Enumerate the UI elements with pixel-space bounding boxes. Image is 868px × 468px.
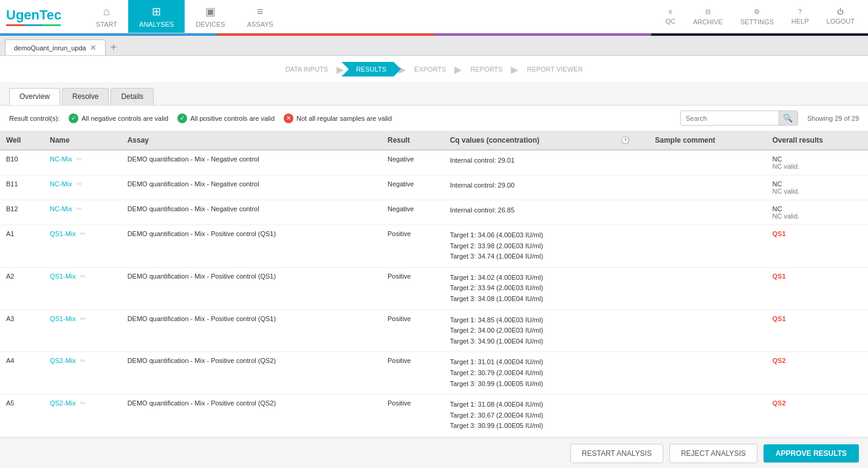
cell-clock: [615, 150, 649, 175]
cell-clock: [615, 352, 649, 395]
nav-logout[interactable]: ⏻ LOGOUT: [819, 3, 862, 30]
overall-sub: NC valid.: [773, 188, 862, 195]
tab-details[interactable]: Details: [111, 88, 154, 105]
nav-assays-label: ASSAYS: [247, 21, 273, 28]
table-header-row: Well Name Assay Result Cq values (concen…: [0, 131, 868, 150]
help-icon: ?: [798, 8, 802, 15]
step-reports[interactable]: REPORTS: [459, 62, 513, 76]
nav-analyses[interactable]: ⊞ ANALYSES: [128, 0, 185, 33]
tab-resolve[interactable]: Resolve: [62, 88, 109, 105]
add-tab-button[interactable]: +: [106, 41, 122, 54]
results-table: Well Name Assay Result Cq values (concen…: [0, 131, 868, 437]
cell-assay: DEMO quantification - Mix - Negative con…: [121, 175, 381, 200]
step-results[interactable]: RESULTS: [341, 62, 401, 76]
cell-cq: Internal control: 29.00: [444, 175, 615, 200]
cell-cq: Internal control: 26.85: [444, 200, 615, 225]
col-name: Name: [44, 131, 121, 150]
step-reports-label: REPORTS: [470, 66, 502, 73]
nav-items: ⌂ START ⊞ ANALYSES ▣ DEVICES ≡ ASSAYS: [85, 0, 658, 33]
cell-overall: NC NC valid.: [767, 200, 868, 225]
cell-clock: [615, 200, 649, 225]
cell-clock: [615, 267, 649, 310]
cell-assay: DEMO quantification - Mix - Positive con…: [121, 395, 381, 437]
cell-sample-comment: [649, 352, 766, 395]
edit-icon[interactable]: ✏: [77, 205, 82, 212]
name-link[interactable]: NC-Mix: [50, 180, 72, 188]
nav-logout-label: LOGOUT: [827, 18, 855, 25]
controls-bar: Result control(s): ✓ All negative contro…: [0, 106, 868, 131]
col-well: Well: [0, 131, 44, 150]
analysis-tab[interactable]: demoQuant_inrun_upda ✕: [5, 39, 106, 55]
overall-sub: NC valid.: [773, 212, 862, 220]
table-row: A5 QS2-Mix ✏ DEMO quantification - Mix -…: [0, 395, 868, 437]
table-body: B10 NC-Mix ✏ DEMO quantification - Mix -…: [0, 150, 868, 436]
table-row: B10 NC-Mix ✏ DEMO quantification - Mix -…: [0, 150, 868, 175]
col-overall-results: Overall results: [767, 131, 868, 150]
nav-assays[interactable]: ≡ ASSAYS: [236, 1, 284, 33]
cell-name: QS1-Mix ✏: [44, 225, 121, 268]
cell-sample-comment: [649, 310, 766, 352]
cell-name: QS1-Mix ✏: [44, 267, 121, 310]
nav-start-label: START: [96, 21, 117, 28]
cell-cq: Target 1: 31.01 (4.00E04 IU/ml)Target 2:…: [444, 352, 615, 395]
edit-icon[interactable]: ✏: [80, 357, 86, 364]
cell-sample-comment: [649, 225, 766, 268]
tab-label: demoQuant_inrun_upda: [14, 44, 86, 52]
name-link[interactable]: NC-Mix: [50, 155, 72, 163]
negative-controls-text: All negative controls are valid: [81, 115, 168, 122]
nav-help[interactable]: ? HELP: [784, 3, 816, 30]
cell-overall: QS2: [767, 395, 868, 437]
nav-devices[interactable]: ▣ DEVICES: [185, 0, 236, 33]
tab-close-button[interactable]: ✕: [90, 43, 97, 52]
name-link[interactable]: QS2-Mix: [50, 357, 76, 364]
col-cq: Cq values (concentration): [444, 131, 615, 150]
edit-icon[interactable]: ✏: [80, 230, 86, 237]
edit-icon[interactable]: ✏: [80, 315, 86, 322]
col-result: Result: [381, 131, 444, 150]
name-link[interactable]: NC-Mix: [50, 205, 72, 212]
step-exports[interactable]: EXPORTS: [403, 62, 457, 76]
assays-icon: ≡: [257, 5, 264, 18]
nav-qc[interactable]: ≡ QC: [658, 3, 683, 30]
edit-icon[interactable]: ✏: [80, 399, 86, 407]
edit-icon[interactable]: ✏: [77, 180, 82, 188]
name-link[interactable]: QS1-Mix: [50, 315, 76, 322]
nav-start[interactable]: ⌂ START: [85, 1, 128, 33]
step-report-viewer[interactable]: REPORT VIEWER: [516, 62, 593, 76]
cell-overall: QS1: [767, 310, 868, 352]
overall-sub: NC valid.: [773, 163, 862, 170]
nav-archive[interactable]: ⊟ ARCHIVE: [686, 3, 730, 30]
cell-assay: DEMO quantification - Mix - Negative con…: [121, 200, 381, 225]
tab-overview[interactable]: Overview: [9, 88, 60, 105]
cell-sample-comment: [649, 175, 766, 200]
cell-name: NC-Mix ✏: [44, 175, 121, 200]
name-link[interactable]: QS1-Mix: [50, 273, 76, 280]
settings-icon: ⚙: [754, 8, 760, 16]
step-data-inputs[interactable]: DATA INPUTS: [275, 62, 340, 76]
nav-settings[interactable]: ⚙ SETTINGS: [733, 3, 781, 30]
overall-main: NC: [773, 205, 862, 212]
cell-sample-comment: [649, 150, 766, 175]
cell-cq: Internal control: 29.01: [444, 150, 615, 175]
cell-well: B12: [0, 200, 44, 225]
col-assay: Assay: [121, 131, 381, 150]
cell-result: Negative: [381, 200, 444, 225]
showing-count: Showing 29 of 29: [807, 115, 859, 122]
name-link[interactable]: QS2-Mix: [50, 399, 76, 407]
nav-settings-label: SETTINGS: [740, 18, 774, 25]
name-link[interactable]: QS1-Mix: [50, 230, 76, 237]
negative-controls-indicator: ✓ All negative controls are valid: [69, 114, 168, 123]
search-button[interactable]: 🔍: [778, 111, 798, 125]
edit-icon[interactable]: ✏: [80, 273, 86, 280]
analyses-icon: ⊞: [152, 5, 161, 18]
search-input[interactable]: [681, 112, 778, 124]
edit-icon[interactable]: ✏: [77, 155, 82, 163]
logo: UgenTec: [6, 7, 61, 23]
logo-area: UgenTec: [6, 7, 85, 26]
step-report-viewer-label: REPORT VIEWER: [527, 66, 583, 73]
results-table-container[interactable]: Well Name Assay Result Cq values (concen…: [0, 131, 868, 438]
cell-assay: DEMO quantification - Mix - Positive con…: [121, 352, 381, 395]
cell-name: QS1-Mix ✏: [44, 310, 121, 352]
positive-controls-indicator: ✓ All positive controls are valid: [177, 114, 275, 123]
search-box[interactable]: 🔍: [680, 110, 798, 126]
